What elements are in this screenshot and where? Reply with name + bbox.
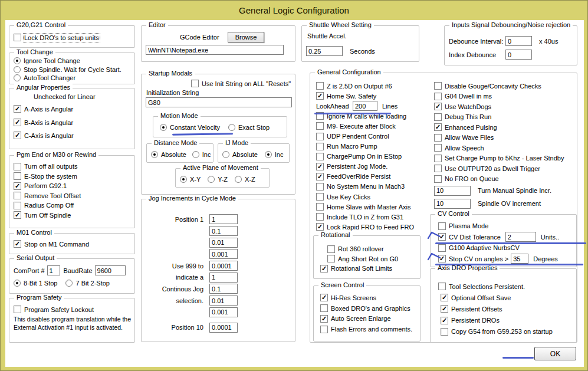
checkbox-stop-cv-on-angles[interactable]: ✓Stop CV on angles > [438,255,508,262]
group-title-startup-modals: Startup Modals [146,70,195,77]
checkbox-run-macro-pump[interactable]: Run Macro Pump [316,142,423,152]
radio-absolute[interactable]: Absolute [222,151,258,158]
checkbox-hi-res-screens[interactable]: ✓Hi-Res Screens [318,293,418,303]
checkbox-turn-off-spindle[interactable]: ✓Turn Off Spindle [14,211,132,221]
radio-x-z[interactable]: X-Z [235,176,255,183]
checkbox-debug-this-run[interactable]: Debug This Run [434,112,574,123]
input-debounce-interval[interactable] [505,36,532,46]
radio-inc[interactable]: Inc [192,151,211,158]
checkbox-auto-screen-enlarge[interactable]: ✓Auto Screen Enlarge [318,314,418,324]
input-shuttle-accel[interactable] [306,46,343,56]
checkbox-rot-360-rollover[interactable]: Rot 360 rollover [318,244,418,254]
radio-absolute[interactable]: Absolute [151,151,186,158]
checkbox-persistent-offsets[interactable]: ✓Persistent Offsets [435,303,574,314]
checkbox-e-stop-the-system[interactable]: E-Stop the system [14,172,132,182]
checkbox-enhanced-pulsing[interactable]: ✓Enhanced Pulsing [434,122,574,133]
input-baudrate[interactable] [95,265,126,275]
input-jog-position-7[interactable] [209,284,238,294]
input-cv-dist-tolerance[interactable] [505,232,536,242]
ok-button[interactable]: OK [534,347,576,360]
checkbox-m9-execute-after-block[interactable]: M9- Execute after Block [316,121,423,131]
checkbox-no-fro-on-queue[interactable]: No FRO on Queue [434,174,574,185]
radio-7-bit-2-stop[interactable]: 7 Bit 2-Stop [65,280,109,287]
input-turn-manual-spindle-incr[interactable] [434,186,471,196]
checkbox-c-axis-is-angular[interactable]: ✓C-Axis is Angular [14,130,132,140]
checkbox-disable-gouge-concavity-checks[interactable]: Disable Gouge/Concavity Checks [434,81,574,91]
input-jog-position-1[interactable] [209,214,238,224]
checkbox-stop-on-m1-command[interactable]: ✓Stop on M1 Command [14,239,132,249]
checkbox-use-init-string-on-all-resets[interactable]: Use Init String on ALL "Resets" [191,80,291,87]
checkbox-cv-dist-tolerance[interactable]: ✓CV Dist Tolerance [438,233,501,241]
input-jog-position-6[interactable] [209,272,238,283]
checkbox-perform-g92-1[interactable]: ✓Perform G92.1 [14,181,132,191]
input-gcode-editor-path[interactable] [146,45,284,55]
radio-inc[interactable]: Inc [265,151,284,158]
input-jog-position-3[interactable] [209,238,238,248]
checkbox-use-watchdogs[interactable]: ✓Use WatchDogs [434,101,574,112]
radio-y-z[interactable]: Y-Z [208,176,228,183]
checkbox-flash-errors-and-comments[interactable]: Flash Errors and comments. [318,324,418,334]
checkbox-set-charge-pump-to-5khz-laser-stndby[interactable]: Set Charge Pump to 5Khz - Laser Stndby [434,153,574,164]
input-comport-number[interactable] [47,265,60,275]
checkbox-box: ✓ [14,105,21,113]
checkbox-label: Persistent Jog Mode. [327,163,387,170]
radio-label: Y-Z [218,176,228,183]
input-initialization-string[interactable] [146,97,292,107]
checkbox-home-slave-with-master-axis[interactable]: Home Slave with Master Axis [316,202,423,212]
group-gc-left: Z is 2.5D on Output #6✓Home Sw. SafetyLo… [316,78,425,235]
checkbox-turn-off-all-outputs[interactable]: Turn off all outputs [14,162,132,172]
checkbox-ang-short-rot-on-g0[interactable]: Ang Short Rot on G0 [318,254,418,264]
checkbox-g04-dwell-in-ms[interactable]: G04 Dwell in ms [434,91,574,102]
annotation-underline-cv-dist-tolerance [435,242,586,244]
checkbox-plasma-mode[interactable]: Plasma Mode [435,221,574,232]
radio-8-bit-1-stop[interactable]: 8-Bit 1 Stop [14,280,57,287]
input-jog-position-10[interactable] [209,323,238,333]
checkbox-program-safety-lockout[interactable]: Program Safety Lockout [14,304,132,314]
checkbox-no-system-menu-in-mach3[interactable]: No System Menu in Mach3 [316,182,423,192]
checkbox-copy-g54-from-g59-253-on-startup[interactable]: Copy G54 from G59.253 on startup [435,326,574,337]
input-stop-cv-angle[interactable] [511,254,528,264]
radio-autotool-changer[interactable]: AutoTool Changer [14,74,132,83]
radio-label: Inc [202,151,211,158]
input-jog-position-8[interactable] [209,296,238,306]
checkbox-include-tlo-in-z-from-g31[interactable]: Include TLO in Z from G31 [316,212,423,222]
checkbox-a-axis-is-angular[interactable]: ✓A-Axis is Angular [14,104,132,114]
label-turn-manual-spindle-incr: Turn Manual Spindle Incr. [478,187,551,194]
input-jog-position-2[interactable] [209,226,238,236]
input-spindle-ov-increment[interactable] [434,199,471,209]
input-jog-position-9[interactable] [209,307,238,317]
input-index-debounce[interactable] [505,50,532,60]
checkbox-lock-rapid-fro-to-feed-fro[interactable]: ✓Lock Rapid FRO to Feed FRO [316,222,423,232]
checkbox-home-sw-safety[interactable]: ✓Home Sw. Safety [316,91,423,101]
checkbox-use-output20-as-dwell-trigger[interactable]: Use OUTPUT20 as Dwell Trigger [434,163,574,174]
group-title-m01-control: M01 Control [14,229,54,236]
checkbox-z-is-2-5d-on-output-6[interactable]: Z is 2.5D on Output #6 [316,81,423,91]
radio-exact-stop[interactable]: Exact Stop [228,124,270,131]
input-jog-position-5[interactable] [209,261,238,271]
checkbox-box [316,183,324,191]
input-jog-position-4[interactable] [209,249,238,259]
radio-constant-velocity[interactable]: Constant Velocity [160,124,220,131]
checkbox-chargepump-on-in-estop[interactable]: ChargePump On in EStop [316,152,423,162]
checkbox-tool-selections-persistent[interactable]: Tool Selections Persistent. [435,281,574,292]
checkbox-allow-wave-files[interactable]: Allow Wave Files [434,133,574,143]
checkbox-b-axis-is-angular[interactable]: ✓B-Axis is Angular [14,117,132,127]
radio-ignore-tool-change[interactable]: Ignore Tool Change [14,57,132,65]
radio-stop-spindle-wait-for-cycle-start[interactable]: Stop Spindle. Wait for Cycle Start. [14,65,132,74]
checkbox-lock-dro-s-to-setup-units[interactable]: Lock DRO's to setup units [14,32,132,42]
checkbox-rotational-soft-limits[interactable]: ✓Rotational Soft Limits [318,264,418,274]
input-lookahead-lines[interactable] [353,101,377,111]
checkbox-feedoverride-persist[interactable]: ✓FeedOverRide Persist [316,172,423,182]
checkbox-persistent-dros[interactable]: ✓Persistent DROs [435,315,574,326]
radio-x-y[interactable]: X-Y [180,176,201,183]
checkbox-radius-comp-off[interactable]: Radius Comp Off [14,201,132,211]
checkbox-remove-tool-offset[interactable]: Remove Tool Offset [14,191,132,201]
checkbox-boxed-dro-s-and-graphics[interactable]: Boxed DRO's and Graphics [318,303,418,314]
checkbox-allow-speech[interactable]: Allow Speech [434,143,574,153]
checkbox-udp-pendent-control[interactable]: UDP Pendent Control [316,131,423,141]
button-browse[interactable]: Browse [228,32,265,42]
checkbox-box: ✓ [441,317,448,324]
checkbox-optional-offset-save[interactable]: ✓Optional Offset Save [435,292,574,303]
checkbox-use-key-clicks[interactable]: Use Key Clicks [316,192,423,202]
checkbox-persistent-jog-mode[interactable]: ✓Persistent Jog Mode. [316,162,423,172]
